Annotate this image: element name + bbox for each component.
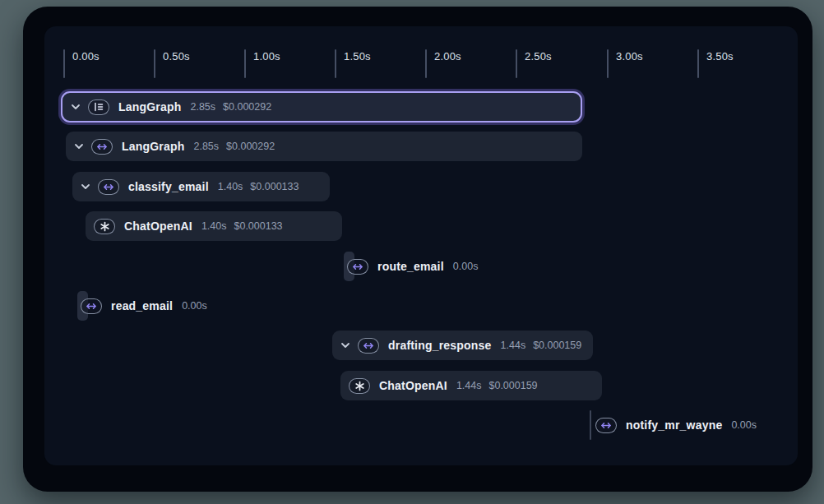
chevron-down-icon[interactable] <box>74 143 84 150</box>
timeline-tick: 0.50s <box>154 49 190 78</box>
tick-line <box>607 49 609 78</box>
timeline-tick: 0.00s <box>63 49 100 78</box>
arrows-icon <box>98 179 119 195</box>
openai-icon <box>349 378 370 394</box>
tick-line <box>335 49 336 78</box>
tick-line <box>697 49 699 78</box>
span-row-classify-email[interactable]: classify_email 1.40s $0.000133 <box>72 172 330 201</box>
timeline-tick: 1.50s <box>335 49 371 78</box>
tick-label: 0.50s <box>163 50 190 62</box>
openai-icon <box>94 219 115 234</box>
span-row-route-email[interactable]: route_email 0.00s <box>344 252 485 281</box>
span-cost: $0.000133 <box>234 220 282 232</box>
tick-label: 3.50s <box>706 50 734 62</box>
span-duration: 0.00s <box>731 419 757 431</box>
arrows-icon <box>595 418 617 433</box>
span-name: classify_email <box>128 180 209 193</box>
span-name: LangGraph <box>118 100 181 113</box>
span-name: read_email <box>111 299 173 312</box>
span-name: ChatOpenAI <box>124 220 192 233</box>
tick-line <box>63 49 65 78</box>
span-row-langgraph-root[interactable]: LangGraph 2.85s $0.000292 <box>61 91 582 123</box>
tick-line <box>244 49 246 78</box>
span-duration: 1.44s <box>456 380 482 391</box>
span-duration: 2.85s <box>190 101 215 113</box>
timeline-tick: 3.00s <box>607 49 643 78</box>
tick-label: 1.50s <box>344 50 371 62</box>
tree-icon <box>88 99 109 115</box>
span-row-langgraph[interactable]: LangGraph 2.85s $0.000292 <box>66 132 582 161</box>
chevron-down-icon[interactable] <box>71 104 81 110</box>
arrows-icon <box>91 139 113 155</box>
tick-label: 0.00s <box>72 50 100 62</box>
tick-label: 2.00s <box>434 50 461 62</box>
timeline-tick: 3.50s <box>697 49 734 78</box>
span-name: drafting_response <box>388 339 492 352</box>
arrows-icon <box>81 298 102 314</box>
tick-label: 2.50s <box>525 50 552 62</box>
chevron-down-icon[interactable] <box>340 342 350 349</box>
span-row-read-email[interactable]: read_email 0.00s <box>77 291 215 321</box>
span-duration: 0.00s <box>453 261 479 272</box>
zero-duration-marker <box>590 410 591 440</box>
span-duration: 2.85s <box>193 141 219 152</box>
timeline-tick: 2.00s <box>425 49 461 78</box>
arrows-icon <box>347 259 368 275</box>
span-cost: $0.000159 <box>488 380 537 391</box>
tick-line <box>154 49 155 78</box>
timeline-tick: 2.50s <box>516 49 552 78</box>
timeline-tick: 1.00s <box>244 49 280 78</box>
tick-line <box>516 49 517 78</box>
tick-line <box>425 49 427 78</box>
span-name: notify_mr_wayne <box>626 418 722 432</box>
span-row-drafting-response[interactable]: drafting_response 1.44s $0.000159 <box>332 331 593 360</box>
span-cost: $0.000292 <box>226 141 275 152</box>
span-name: route_email <box>377 260 444 273</box>
span-cost: $0.000133 <box>250 181 299 192</box>
arrows-icon <box>358 338 379 354</box>
tick-label: 3.00s <box>616 50 643 62</box>
span-cost: $0.000292 <box>223 101 271 113</box>
span-row-chatopenai[interactable]: ChatOpenAI 1.40s $0.000133 <box>86 211 342 241</box>
span-row-notify-mr-wayne[interactable]: notify_mr_wayne 0.00s <box>590 410 764 440</box>
span-duration: 1.40s <box>201 220 227 232</box>
tick-label: 1.00s <box>253 50 280 62</box>
span-duration: 0.00s <box>182 300 207 312</box>
page-background: 0.00s 0.50s 1.00s 1.50s 2.00s 2.50s 3.00… <box>0 0 824 504</box>
span-name: LangGraph <box>122 140 184 153</box>
span-name: ChatOpenAI <box>379 379 447 392</box>
span-duration: 1.40s <box>218 181 243 192</box>
chevron-down-icon[interactable] <box>81 183 90 190</box>
span-duration: 1.44s <box>501 340 526 351</box>
span-cost: $0.000159 <box>533 340 581 351</box>
span-row-chatopenai[interactable]: ChatOpenAI 1.44s $0.000159 <box>340 371 602 400</box>
